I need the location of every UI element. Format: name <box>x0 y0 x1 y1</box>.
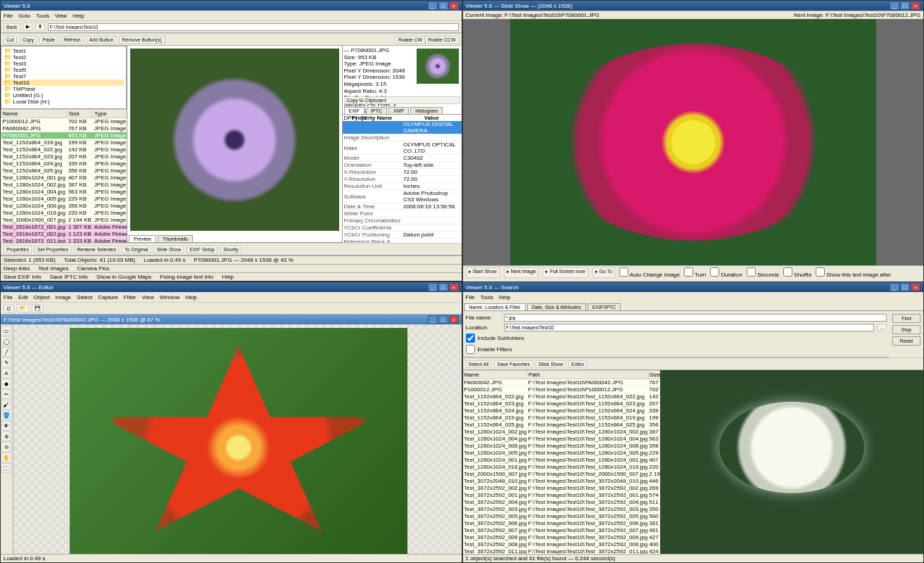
filename-input[interactable] <box>504 314 887 322</box>
property-row[interactable]: MakeOLYMPUS OPTICAL CO.,LTD <box>343 141 462 155</box>
up-button[interactable]: ⬆ <box>35 23 45 31</box>
copy-clipboard-button[interactable]: Copy to Clipboard <box>344 96 460 104</box>
toolbar-select-all[interactable]: Select All <box>466 360 492 368</box>
control-full-screen-now[interactable]: ▸ Full Screen now <box>543 267 588 278</box>
menu-help[interactable]: Help <box>185 294 196 301</box>
file-row[interactable]: Test_1280x1024_008.jpg358 KBJPEG Image11… <box>1 203 127 210</box>
tool-2[interactable]: ╱ <box>1 347 11 357</box>
toolbar-save-favorites[interactable]: Save Favorites <box>494 360 533 368</box>
tool-10[interactable]: ⊕ <box>1 431 11 441</box>
col-header[interactable]: Path <box>527 371 648 379</box>
result-row[interactable]: P1000012.JPGF:\Test Images\Test10\P10000… <box>463 386 660 393</box>
new-button[interactable]: 🗋 <box>4 305 14 312</box>
tool-11[interactable]: ⊖ <box>1 442 11 452</box>
tool-7[interactable]: 🖌 <box>1 400 11 410</box>
menu-select[interactable]: Select <box>77 294 92 301</box>
result-row[interactable]: Test_3872x2592_006.jpgF:\Test Images\Tes… <box>463 520 660 527</box>
tool-4[interactable]: A <box>1 368 11 378</box>
toolbar-editor[interactable]: Editor <box>569 360 587 368</box>
menu-image[interactable]: Image <box>56 294 71 301</box>
file-row[interactable]: Test_1152x864_024.jpg339 KBJPEG Image11.… <box>1 160 127 167</box>
check-duration[interactable]: Duration <box>710 267 742 278</box>
close-icon[interactable]: × <box>449 1 459 10</box>
check-seconds[interactable]: Seconds <box>747 267 779 278</box>
result-row[interactable]: Test_1280x1024_002.jpgF:\Test Images\Tes… <box>463 429 660 436</box>
col-header[interactable]: Size <box>648 371 659 379</box>
tab-exif-setup[interactable]: EXIF Setup <box>186 246 217 253</box>
menu-filter[interactable]: Filter <box>124 294 137 301</box>
tab-date-size-attributes[interactable]: Date, Size & Attributes <box>527 303 586 310</box>
property-row[interactable]: X-Resolution72.00 <box>343 169 462 176</box>
col-header[interactable]: Type <box>93 110 127 118</box>
toolbar-slide-show[interactable]: Slide Show <box>536 360 566 368</box>
result-row[interactable]: Test_1280x1024_001.jpgF:\Test Images\Tes… <box>463 457 660 464</box>
tab-preview[interactable]: Preview <box>129 235 156 242</box>
file-row[interactable]: PA060042.JPG767 KBJPEG Image6.4.2007 2:2… <box>1 125 127 132</box>
file-row[interactable]: P1000012.JPG702 KBJPEG Image20.8.2008 12… <box>1 118 127 125</box>
toolbar-refresh[interactable]: Refresh <box>61 36 84 44</box>
tool-6[interactable]: ✂ <box>1 389 11 399</box>
result-row[interactable]: Test_3872x2592_004.jpgF:\Test Images\Tes… <box>463 499 660 506</box>
col-header[interactable]: Name <box>463 371 527 379</box>
result-row[interactable]: Test_1152x864_024.jpgF:\Test Images\Test… <box>463 407 660 415</box>
file-row[interactable]: Test_2816x1872_002.jpg1 123 KBAdobe Fire… <box>1 231 127 238</box>
menu-edit[interactable]: Edit <box>18 294 28 301</box>
check-turn[interactable]: Turn <box>684 267 706 278</box>
folder-tree[interactable]: 📁 Test1📁 Test2📁 Test3📁 Test5📁 Test7📁 Tes… <box>1 46 127 109</box>
back-button[interactable]: Back <box>4 23 20 31</box>
result-row[interactable]: Test_3072x2048_010.jpgF:\Test Images\Tes… <box>463 478 660 485</box>
property-row[interactable]: ModelC3040Z <box>343 155 462 162</box>
slideshow-titlebar[interactable]: Viewer 5.8 — Slide Show — (2048 x 1536) … <box>463 1 924 11</box>
file-row[interactable]: Test_1280x1024_002.jpg387 KBJPEG Image11… <box>1 182 127 189</box>
document-titlebar[interactable]: F:\Test Images\Test10\PA060042.JPG — 204… <box>1 315 462 324</box>
property-row[interactable]: OrientationTop-left side <box>343 162 462 169</box>
link-help[interactable]: Help <box>222 274 233 280</box>
menu-file[interactable]: File <box>466 294 475 301</box>
menu-file[interactable]: File <box>4 13 13 19</box>
minimize-icon[interactable]: _ <box>428 283 438 291</box>
result-row[interactable]: Test_1280x1024_018.jpgF:\Test Images\Tes… <box>463 464 660 471</box>
toolbar-rotate-cw[interactable]: Rotate CW <box>395 36 425 44</box>
subfolders-checkbox[interactable] <box>466 334 475 343</box>
canvas-image[interactable] <box>70 328 407 554</box>
file-row[interactable]: Test_1152x864_023.jpg207 KBJPEG Image11.… <box>1 153 127 160</box>
doc-close-icon[interactable]: × <box>449 315 459 324</box>
toolbar-copy[interactable]: Copy <box>20 36 37 44</box>
close-icon[interactable]: × <box>911 283 920 291</box>
tool-3[interactable]: ✎ <box>1 358 11 367</box>
location-input[interactable] <box>504 324 875 331</box>
property-row[interactable]: Primary Chromaticities <box>343 217 462 224</box>
check-auto-change-image[interactable]: Auto Change Image <box>619 267 680 278</box>
filters-checkbox[interactable] <box>466 345 475 354</box>
file-row[interactable]: P7080001.JPG953 KBJPEG Image8.7.2008 12:… <box>1 132 127 139</box>
link-camera-pics[interactable]: Camera Pics <box>77 265 110 272</box>
property-row[interactable]: YCbCr PositioningDatum point <box>343 232 462 239</box>
maximize-icon[interactable]: □ <box>900 283 910 291</box>
maximize-icon[interactable]: □ <box>438 1 448 10</box>
result-row[interactable]: Test_1280x1024_005.jpgF:\Test Images\Tes… <box>463 450 660 457</box>
minimize-icon[interactable]: _ <box>428 1 438 10</box>
close-icon[interactable]: × <box>911 1 920 10</box>
result-row[interactable]: Test_1152x864_022.jpgF:\Test Images\Test… <box>463 393 660 400</box>
reset-button[interactable]: Reset <box>892 336 920 346</box>
tab-exif-iptc[interactable]: EXIF/IPTC <box>588 303 621 310</box>
check-show-this-text-image-after[interactable]: Show this text image after <box>816 267 891 278</box>
search-results-list[interactable]: NamePathSizeTypeModifiedAttributesPA0600… <box>463 370 660 554</box>
link-save-exif-info[interactable]: Save EXIF Info <box>4 274 42 280</box>
result-row[interactable]: Test_3872x2592_007.jpgF:\Test Images\Tes… <box>463 527 660 534</box>
tree-item[interactable]: 📁 Test2 <box>3 54 125 61</box>
file-row[interactable]: Test_1280x1024_004.jpg563 KBJPEG Image11… <box>1 189 127 196</box>
editor-titlebar[interactable]: Viewer 5.8 — Editor _ □ × <box>1 282 462 292</box>
search-titlebar[interactable]: Viewer 5.8 — Search _ □ × <box>463 282 924 292</box>
property-row[interactable]: Image Description <box>343 134 462 141</box>
menu-file[interactable]: File <box>4 294 13 301</box>
result-row[interactable]: Test_3872x2592_001.jpgF:\Test Images\Tes… <box>463 492 660 499</box>
tab-thumbnails[interactable]: Thumbnails <box>158 235 193 242</box>
menu-help[interactable]: Help <box>72 13 84 19</box>
toolbar-cut[interactable]: Cut <box>4 36 17 44</box>
maximize-icon[interactable]: □ <box>900 1 910 10</box>
control-start-show[interactable]: ▸ Start Show <box>466 267 500 278</box>
tree-item[interactable]: 📁 Test7 <box>3 73 125 80</box>
link-save-iptc-info[interactable]: Save IPTC Info <box>50 274 88 280</box>
result-row[interactable]: Test_3872x2592_003.jpgF:\Test Images\Tes… <box>463 506 660 513</box>
